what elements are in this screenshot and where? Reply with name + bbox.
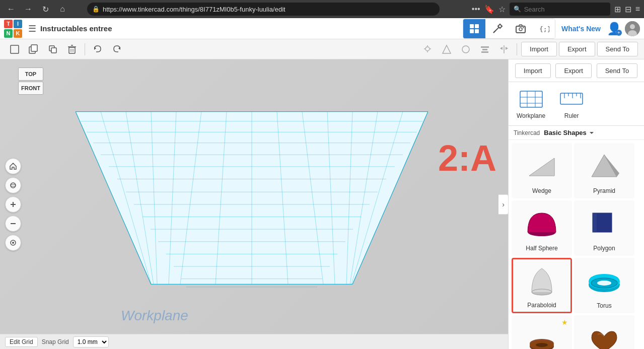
workplane-tool[interactable]: Workplane xyxy=(517,88,545,119)
tinkercad-logo: T I N K xyxy=(4,20,24,38)
shape-button[interactable] xyxy=(438,41,455,57)
shapes-dropdown-button[interactable]: Basic Shapes xyxy=(544,129,595,136)
svg-marker-35 xyxy=(500,47,503,50)
workplane-canvas xyxy=(0,59,508,349)
shape-wedge[interactable]: Wedge xyxy=(512,143,572,198)
star-button[interactable]: ☆ xyxy=(498,5,506,14)
svg-rect-86 xyxy=(560,93,583,104)
bookmark-button[interactable]: 🔖 xyxy=(484,5,494,14)
cube-top-face[interactable]: TOP xyxy=(18,67,43,81)
library-button[interactable]: ⊞ xyxy=(614,5,621,14)
cube-front-face[interactable]: FRONT xyxy=(18,82,43,95)
layout-button[interactable]: ⊟ xyxy=(625,5,631,14)
more-button[interactable]: ••• xyxy=(472,5,480,14)
edit-grid-button[interactable]: Edit Grid xyxy=(5,337,38,347)
shape-paraboloid-icon xyxy=(513,259,570,302)
view-label: 2:A xyxy=(438,137,496,179)
divider-2 xyxy=(517,43,517,55)
ruler-tool[interactable]: Ruler xyxy=(557,88,586,119)
home-button[interactable]: ⌂ xyxy=(55,2,69,16)
orbit-button[interactable] xyxy=(5,177,21,193)
zoom-in-button[interactable] xyxy=(5,196,21,213)
code-button[interactable]: {;} xyxy=(533,19,555,38)
list-icon[interactable]: ☰ xyxy=(28,23,36,34)
new-button[interactable] xyxy=(6,41,23,57)
svg-marker-36 xyxy=(506,47,508,50)
shapes-section: Tinkercad Basic Shapes xyxy=(509,126,644,140)
project-title: Instructables entree xyxy=(40,24,112,33)
svg-rect-5 xyxy=(516,26,525,33)
svg-rect-2 xyxy=(470,29,474,33)
logo-n: N xyxy=(4,29,13,38)
svg-line-4 xyxy=(493,31,495,33)
shape-pyramid-label: Pyramid xyxy=(593,187,615,194)
camera-button[interactable] xyxy=(510,19,532,38)
svg-point-80 xyxy=(12,242,14,244)
flip-button[interactable] xyxy=(495,41,513,57)
shape-paraboloid[interactable]: Paraboloid xyxy=(512,258,572,313)
svg-rect-12 xyxy=(11,45,19,53)
view-cube-box: TOP FRONT xyxy=(8,67,48,103)
shape-halfsphere[interactable]: Half Sphere xyxy=(512,200,572,256)
svg-point-115 xyxy=(536,343,548,347)
undo-button[interactable] xyxy=(89,41,106,57)
app-toolbar: T I N K ☰ Instructables entree xyxy=(0,18,644,39)
export-button[interactable]: Export xyxy=(559,42,595,56)
svg-rect-7 xyxy=(523,27,524,28)
right-panel-header: Import Export Send To xyxy=(509,59,644,82)
delete-button[interactable] xyxy=(63,41,81,57)
shape-heart-icon xyxy=(575,316,633,349)
light-button[interactable] xyxy=(419,41,436,57)
shape-polygon-label: Polygon xyxy=(593,245,615,252)
user-avatar[interactable] xyxy=(625,21,640,36)
shapes-row-3: Paraboloid Torus xyxy=(512,258,641,313)
menu-button[interactable]: ≡ xyxy=(635,5,640,14)
svg-rect-3 xyxy=(475,29,479,33)
refresh-button[interactable]: ↻ xyxy=(38,2,52,16)
shape-polygon[interactable]: Polygon xyxy=(574,200,634,256)
svg-rect-14 xyxy=(31,45,37,51)
shape-ring[interactable]: ★ xyxy=(512,315,572,349)
shapes-row-4: ★ xyxy=(512,315,641,349)
svg-marker-29 xyxy=(443,45,451,53)
shape-torus-icon xyxy=(575,259,633,302)
zoom-out-button[interactable] xyxy=(5,216,21,232)
browser-search-bar[interactable]: 🔍 xyxy=(510,3,610,16)
edit-toolbar-right: Import Export Send To xyxy=(419,41,638,57)
align-button[interactable] xyxy=(476,41,493,57)
browser-search-input[interactable] xyxy=(524,6,605,13)
grid-view-button[interactable] xyxy=(463,19,485,38)
redo-button[interactable] xyxy=(108,41,125,57)
url-text: https://www.tinkercad.com/things/8I771zM… xyxy=(103,6,285,13)
shape-torus[interactable]: Torus xyxy=(574,258,634,313)
pickaxe-button[interactable] xyxy=(486,19,509,38)
back-button[interactable]: ← xyxy=(4,2,18,16)
view-cube[interactable]: TOP FRONT xyxy=(8,67,53,108)
whats-new-button[interactable]: What's New xyxy=(561,25,601,33)
svg-marker-92 xyxy=(590,132,594,134)
home-view-button[interactable] xyxy=(5,158,21,174)
forward-button[interactable]: → xyxy=(21,2,35,16)
collapse-panel-button[interactable]: › xyxy=(498,194,508,215)
panel-export-button[interactable]: Export xyxy=(555,63,592,78)
add-badge: + xyxy=(616,30,622,36)
import-button[interactable]: Import xyxy=(521,42,557,56)
snap-grid-select[interactable]: 1.0 mm 0.5 mm 2.0 mm xyxy=(73,336,109,347)
viewport[interactable]: TOP FRONT 2:A Workplane xyxy=(0,59,508,349)
shape-pyramid[interactable]: Pyramid xyxy=(574,143,634,198)
panel-send-to-button[interactable]: Send To xyxy=(597,63,637,78)
copy-all-button[interactable] xyxy=(25,41,42,57)
reset-view-button[interactable] xyxy=(5,235,21,251)
logo-i: I xyxy=(14,20,22,28)
shape-pyramid-icon xyxy=(575,144,633,187)
shape-heart[interactable] xyxy=(574,315,634,349)
panel-import-button[interactable]: Import xyxy=(515,63,551,78)
workplane-icon xyxy=(517,88,545,110)
svg-text:{;}: {;} xyxy=(539,25,549,33)
duplicate-button[interactable] xyxy=(44,41,61,57)
view-mode-group: {;} xyxy=(463,19,555,39)
main-content: TOP FRONT 2:A Workplane xyxy=(0,59,644,349)
add-user-container: 👤 + xyxy=(607,22,622,36)
send-to-button[interactable]: Send To xyxy=(597,42,638,56)
circle-button[interactable] xyxy=(457,41,474,57)
